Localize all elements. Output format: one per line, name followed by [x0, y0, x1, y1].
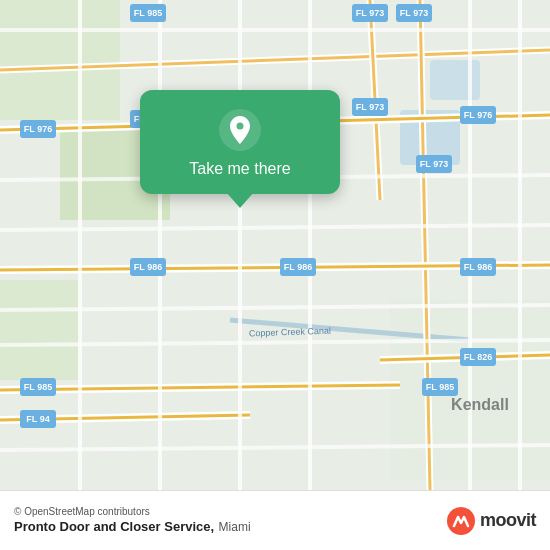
svg-text:FL 986: FL 986	[284, 262, 312, 272]
svg-text:FL 986: FL 986	[464, 262, 492, 272]
svg-text:Kendall: Kendall	[451, 396, 509, 413]
svg-text:FL 985: FL 985	[24, 382, 52, 392]
place-info: Pronto Door and Closer Service, Miami	[14, 517, 251, 535]
svg-rect-6	[430, 60, 480, 100]
bottom-left: © OpenStreetMap contributors Pronto Door…	[14, 506, 251, 535]
moovit-logo: moovit	[446, 506, 536, 536]
place-name: Pronto Door and Closer Service,	[14, 519, 214, 534]
location-pin-icon	[218, 108, 262, 152]
svg-rect-1	[0, 0, 120, 120]
svg-text:FL 986: FL 986	[134, 262, 162, 272]
moovit-icon	[446, 506, 476, 536]
svg-text:FL 976: FL 976	[24, 124, 52, 134]
svg-text:FL 826: FL 826	[464, 352, 492, 362]
svg-rect-2	[0, 280, 80, 380]
svg-text:FL 973: FL 973	[356, 102, 384, 112]
map-container[interactable]: FL 973 FL 973 FL 973 FL 973 FL 976 FL 97…	[0, 0, 550, 490]
callout-bubble[interactable]: Take me there	[140, 90, 340, 194]
callout-label: Take me there	[189, 160, 290, 178]
place-city: Miami	[219, 520, 251, 534]
svg-text:FL 985: FL 985	[426, 382, 454, 392]
bottom-bar: © OpenStreetMap contributors Pronto Door…	[0, 490, 550, 550]
map-svg: FL 973 FL 973 FL 973 FL 973 FL 976 FL 97…	[0, 0, 550, 490]
attribution-text: © OpenStreetMap contributors	[14, 506, 251, 517]
svg-text:FL 985: FL 985	[134, 8, 162, 18]
moovit-text: moovit	[480, 510, 536, 531]
svg-text:FL 94: FL 94	[26, 414, 49, 424]
svg-text:FL 973: FL 973	[400, 8, 428, 18]
svg-text:FL 973: FL 973	[420, 159, 448, 169]
svg-text:FL 973: FL 973	[356, 8, 384, 18]
svg-text:FL 976: FL 976	[464, 110, 492, 120]
